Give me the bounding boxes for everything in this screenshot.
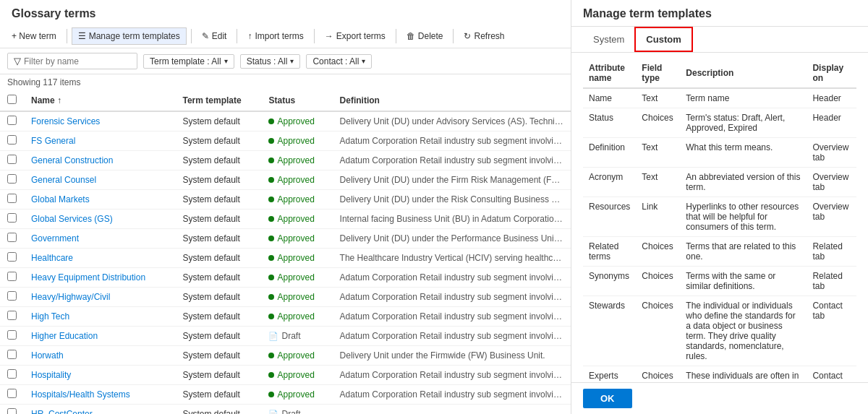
- row-checkbox[interactable]: [7, 213, 17, 223]
- draft-icon: 📄: [268, 410, 278, 415]
- row-checkbox[interactable]: [7, 116, 17, 125]
- term-status-cell: Approved: [261, 346, 332, 366]
- contact-filter[interactable]: Contact : All ▾: [306, 54, 372, 69]
- term-name-link[interactable]: Horwath: [31, 350, 64, 361]
- term-name-link[interactable]: General Counsel: [31, 175, 96, 185]
- approved-dot: [268, 197, 274, 202]
- approved-dot: [268, 216, 274, 222]
- term-def-cell: Delivery Unit (DU) under the Firm Risk M…: [333, 171, 571, 190]
- term-template-cell: System default: [176, 151, 262, 171]
- table-row: Global Markets System default Approved D…: [0, 190, 571, 210]
- term-status-cell: Approved: [261, 366, 332, 385]
- term-template-cell: System default: [176, 307, 262, 327]
- term-template-cell: System default: [176, 131, 262, 151]
- term-status-cell: Approved: [261, 111, 332, 131]
- row-checkbox[interactable]: [7, 272, 17, 281]
- term-template-filter[interactable]: Term template : All ▾: [143, 54, 234, 69]
- term-template-cell: System default: [176, 346, 262, 366]
- separator-1: [67, 29, 67, 43]
- separator-5: [396, 29, 396, 43]
- approved-dot: [268, 353, 274, 358]
- delete-button[interactable]: 🗑 Delete: [401, 28, 449, 44]
- table-row: General Counsel System default Approved …: [0, 171, 571, 190]
- term-def-cell: Delivery Unit (DU) under the Risk Consul…: [333, 190, 571, 210]
- term-def-cell: Adatum Corporation Retail industry sub s…: [333, 307, 571, 327]
- term-template-cell: System default: [176, 288, 262, 307]
- row-checkbox[interactable]: [7, 233, 17, 242]
- term-name-link[interactable]: Hospitality: [31, 370, 71, 380]
- row-checkbox[interactable]: [7, 135, 17, 145]
- attr-type-cell: Choices: [636, 296, 680, 366]
- col-template: Term template: [176, 90, 262, 111]
- approved-dot: [268, 138, 274, 144]
- row-checkbox[interactable]: [7, 350, 17, 359]
- term-template-cell: System default: [176, 210, 262, 229]
- refresh-button[interactable]: ↻ Refresh: [458, 28, 510, 44]
- term-def-cell: [333, 405, 571, 415]
- status-filter[interactable]: Status : All ▾: [240, 54, 301, 69]
- tab-system[interactable]: System: [583, 27, 634, 52]
- term-name-link[interactable]: Higher Education: [31, 331, 98, 341]
- terms-table-container: Name ↑ Term template Status Definition F…: [0, 90, 571, 414]
- edit-button[interactable]: ✎ Edit: [196, 28, 233, 44]
- term-name-link[interactable]: Heavy Equipment Distribution: [31, 272, 145, 283]
- term-template-cell: System default: [176, 249, 262, 268]
- term-name-link[interactable]: Forensic Services: [31, 116, 100, 126]
- row-checkbox[interactable]: [7, 311, 17, 320]
- term-name-link[interactable]: Government: [31, 233, 79, 243]
- table-row: Global Services (GS) System default Appr…: [0, 210, 571, 229]
- row-checkbox[interactable]: [7, 389, 17, 398]
- term-name-link[interactable]: Heavy/Highway/Civil: [31, 292, 110, 302]
- attr-type-cell: Choices: [636, 108, 680, 138]
- attr-display-cell: Related tab: [807, 267, 856, 296]
- tab-custom[interactable]: Custom: [634, 27, 692, 52]
- row-checkbox[interactable]: [7, 291, 17, 301]
- attr-display-cell: Header: [807, 108, 856, 138]
- term-name-link[interactable]: Global Services (GS): [31, 214, 113, 224]
- row-checkbox[interactable]: [7, 369, 17, 379]
- row-checkbox[interactable]: [7, 408, 17, 414]
- separator-3: [237, 29, 237, 43]
- import-icon: ↑: [247, 31, 252, 41]
- attr-name-cell: Synonyms: [583, 267, 636, 296]
- toolbar: + New term ☰ Manage term templates ✎ Edi…: [0, 25, 571, 48]
- term-status-cell: Approved: [261, 307, 332, 327]
- attr-row: Synonyms Choices Terms with the same or …: [583, 267, 856, 296]
- col-name: Name ↑: [24, 90, 176, 111]
- manage-templates-button[interactable]: ☰ Manage term templates: [72, 27, 187, 45]
- name-filter-input[interactable]: [24, 56, 131, 66]
- table-row: Hospitals/Health Systems System default …: [0, 385, 571, 405]
- filter-icon: ▽: [14, 56, 21, 66]
- row-checkbox[interactable]: [7, 252, 17, 262]
- name-filter-input-wrapper[interactable]: ▽: [7, 53, 137, 69]
- ok-button[interactable]: OK: [583, 389, 632, 408]
- row-checkbox[interactable]: [7, 330, 17, 340]
- import-button[interactable]: ↑ Import terms: [242, 28, 309, 44]
- select-all-checkbox[interactable]: [7, 95, 17, 104]
- term-name-link[interactable]: Healthcare: [31, 253, 73, 263]
- right-footer: OK: [571, 382, 868, 414]
- term-name-link[interactable]: General Construction: [31, 155, 113, 165]
- term-template-cell: System default: [176, 111, 262, 131]
- term-name-link[interactable]: High Tech: [31, 311, 69, 322]
- term-name-link[interactable]: FS General: [31, 136, 75, 146]
- tabs: System Custom: [571, 27, 868, 53]
- col-attr-name: Attribute name: [583, 59, 636, 88]
- chevron-down-icon-2: ▾: [290, 57, 294, 65]
- export-button[interactable]: → Export terms: [319, 28, 391, 44]
- attr-row: Experts Choices These individuals are of…: [583, 366, 856, 383]
- attr-table-container: Attribute name Field type Description Di…: [571, 53, 868, 382]
- attr-row: Definition Text What this term means. Ov…: [583, 138, 856, 168]
- attr-type-cell: Choices: [636, 237, 680, 267]
- table-row: Heavy/Highway/Civil System default Appro…: [0, 288, 571, 307]
- row-checkbox[interactable]: [7, 194, 17, 203]
- term-name-link[interactable]: Hospitals/Health Systems: [31, 389, 130, 400]
- new-term-button[interactable]: + New term: [6, 28, 62, 44]
- row-checkbox[interactable]: [7, 155, 17, 164]
- edit-icon: ✎: [202, 31, 209, 41]
- attr-row: Resources Link Hyperlinks to other resou…: [583, 197, 856, 237]
- term-name-link[interactable]: Global Markets: [31, 194, 90, 204]
- term-name-link[interactable]: HR_CostCenter: [31, 409, 93, 414]
- term-template-cell: System default: [176, 405, 262, 415]
- row-checkbox[interactable]: [7, 174, 17, 184]
